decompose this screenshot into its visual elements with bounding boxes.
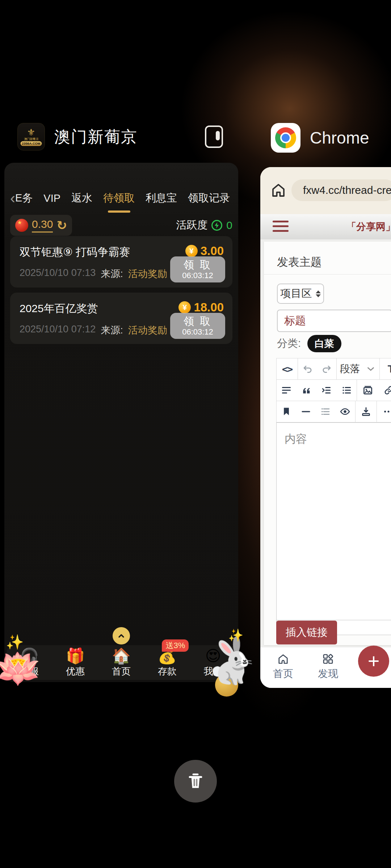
bookmark-icon	[281, 406, 292, 417]
title-input[interactable]: 标题	[277, 310, 391, 332]
home-icon[interactable]	[270, 182, 287, 199]
indent-icon	[321, 385, 332, 396]
tab-rebate[interactable]: 返水	[71, 191, 92, 205]
casino-app-title: 澳门新葡京	[54, 126, 138, 148]
url-text: fxw4.cc/thread-create	[303, 184, 391, 196]
back-chevron-icon[interactable]: ‹	[10, 191, 15, 206]
outline-list-button[interactable]	[316, 401, 335, 422]
lightning-icon	[211, 220, 223, 231]
reward-card: 双节钜惠⑨ 打码争霸赛 ¥ 3.00 2025/10/10 07:13 来源: …	[10, 236, 232, 288]
deposit-bonus-badge: 送3%	[162, 639, 189, 652]
bookmark-button[interactable]	[277, 401, 296, 422]
ellipsis-icon	[383, 406, 391, 417]
category-tag[interactable]: 白菜	[307, 335, 341, 352]
more-options-button[interactable]	[377, 401, 391, 422]
url-bar[interactable]: fxw4.cc/thread-create	[291, 179, 391, 201]
category-label: 分类:	[277, 336, 301, 351]
chrome-app-title: Chrome	[310, 128, 369, 148]
house-icon: 🏠	[112, 648, 131, 664]
indent-button[interactable]	[316, 380, 336, 401]
chevron-down-icon	[365, 363, 376, 374]
activity-indicator: 活跃度 0	[176, 218, 232, 233]
link-icon	[383, 385, 391, 396]
claim-button[interactable]: 领 取 06:03:12	[170, 256, 225, 282]
sparkle-icon: ✨	[228, 628, 243, 642]
casino-logo-emblem-icon: ⚜	[27, 128, 35, 137]
blockquote-button[interactable]	[297, 380, 316, 401]
eye-icon	[340, 406, 350, 417]
align-left-button[interactable]	[277, 380, 297, 401]
nav-item-home[interactable]: 🏠 首页	[98, 645, 144, 680]
nav-item-deposit[interactable]: 送3% 💰 存款	[144, 645, 190, 680]
chrome-app-card[interactable]: fxw4.cc/thread-create 「分享网」 项 发表主题 项目区 标…	[260, 167, 391, 688]
select-arrows-icon	[316, 290, 321, 297]
bullet-list-button[interactable]	[336, 380, 357, 401]
insert-link-button[interactable]: 插入链接	[276, 621, 337, 644]
casino-app-icon: ⚜ 澳门新葡京 2356A.COM	[17, 123, 45, 150]
site-nav-discover[interactable]: 发现	[308, 652, 348, 681]
claim-countdown: 06:03:12	[182, 327, 213, 336]
hamburger-menu-icon[interactable]	[273, 221, 289, 232]
gift-icon: 🎁	[66, 648, 85, 664]
insert-image-button[interactable]	[357, 380, 378, 401]
insert-link-button-toolbar[interactable]	[378, 380, 391, 401]
casino-app-header[interactable]: ⚜ 澳门新葡京 2356A.COM 澳门新葡京	[17, 120, 227, 153]
tab-interest[interactable]: 利息宝	[146, 191, 177, 205]
divider	[264, 274, 391, 275]
site-bottom-nav: 首页 发现 +	[260, 647, 391, 688]
claim-countdown: 06:03:12	[182, 271, 213, 280]
grid-icon	[321, 652, 335, 665]
claim-button[interactable]: 领 取 06:03:12	[170, 313, 225, 339]
casino-app-card[interactable]: ‹ E务 VIP 返水 待领取 利息宝 领取记录 ★ 0.30 ↻ 活跃度 0	[4, 163, 238, 682]
tab-task[interactable]: E务	[15, 191, 33, 205]
rewards-tab-bar: ‹ E务 VIP 返水 待领取 利息宝 领取记录	[4, 183, 238, 213]
site-brand: 「分享网」 项	[346, 220, 391, 233]
undo-button[interactable]	[298, 358, 317, 379]
site-header: 「分享网」 项	[260, 214, 391, 240]
preview-button[interactable]	[335, 401, 356, 422]
forum-select[interactable]: 项目区	[277, 284, 324, 304]
reward-title: 双节钜惠⑨ 打码争霸赛	[20, 245, 130, 260]
floating-window-icon[interactable]	[205, 125, 223, 148]
redo-button[interactable]	[317, 358, 337, 379]
chrome-toolbar: fxw4.cc/thread-create	[260, 167, 391, 214]
outline-list-icon	[320, 406, 331, 417]
title-placeholder: 标题	[284, 314, 306, 328]
new-thread-fab[interactable]: +	[358, 646, 389, 677]
format-button-partial[interactable]: T	[380, 358, 391, 379]
content-placeholder[interactable]: 内容	[277, 423, 391, 620]
horizontal-rule-button[interactable]	[296, 401, 316, 422]
reward-amount: ¥ 3.00	[185, 244, 224, 258]
align-left-icon	[281, 385, 292, 396]
code-view-button[interactable]: <>	[277, 358, 298, 379]
tab-claim-history[interactable]: 领取记录	[188, 191, 230, 205]
editor-toolbar: <> 段落 T	[276, 358, 391, 422]
chrome-app-header[interactable]: Chrome	[271, 123, 369, 153]
nav-item-promos[interactable]: 🎁 优惠	[52, 645, 98, 680]
tab-pending-rewards[interactable]: 待领取	[103, 191, 135, 205]
download-button[interactable]	[356, 401, 377, 422]
paragraph-dropdown[interactable]: 段落	[337, 358, 380, 379]
china-flag-icon: ★	[15, 219, 28, 232]
collapse-nav-button[interactable]	[113, 627, 130, 644]
content-editor[interactable]: 内容 P	[276, 422, 391, 635]
rabbit-decoration: 🐇	[206, 639, 261, 683]
reward-source: 活动奖励	[128, 267, 167, 280]
reward-date: 2025/10/10 07:13	[20, 267, 96, 280]
undo-icon	[302, 363, 313, 374]
lotus-decoration: 🪷	[0, 650, 41, 687]
tab-vip[interactable]: VIP	[43, 192, 60, 204]
image-icon	[362, 385, 373, 396]
coin-icon: ¥	[178, 301, 191, 314]
reward-card: 2025年百亿奖赏 ¥ 18.00 2025/10/10 07:12 来源: 活…	[10, 293, 232, 344]
bullet-list-icon	[341, 385, 352, 396]
refresh-icon[interactable]: ↻	[56, 220, 67, 231]
quote-icon	[301, 385, 312, 396]
download-icon	[361, 406, 371, 417]
recents-overview-screen: ⚜ 澳门新葡京 2356A.COM 澳门新葡京 Chrome ‹ E务 VIP …	[0, 0, 391, 868]
reward-amount: ¥ 18.00	[178, 301, 224, 314]
site-nav-home[interactable]: 首页	[263, 652, 303, 681]
balance-pill[interactable]: ★ 0.30 ↻	[10, 215, 72, 236]
redo-icon	[321, 363, 332, 374]
clear-all-button[interactable]	[174, 760, 217, 803]
